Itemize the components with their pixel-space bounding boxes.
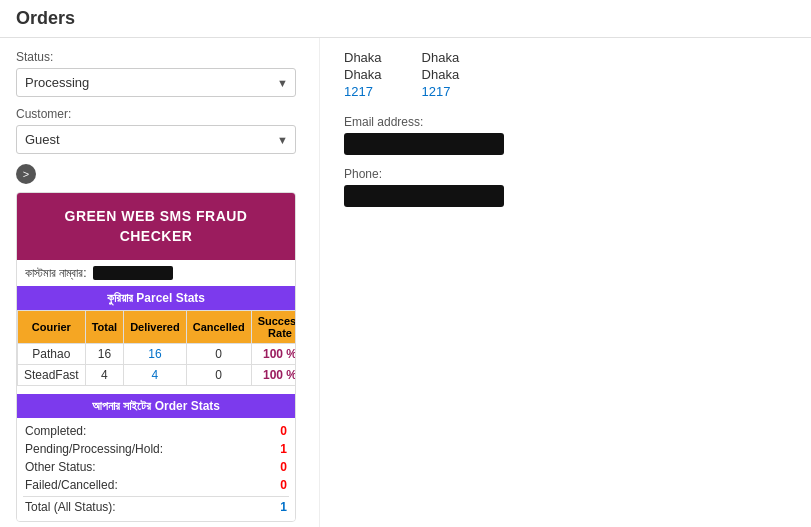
customer-number-label: কাস্টমার নাম্বার: (25, 266, 87, 280)
order-stats-row: Failed/Cancelled:0 (23, 476, 289, 494)
address-col-2: DhakaDhaka1217 (422, 50, 460, 99)
customer-select[interactable]: Guest (16, 125, 296, 154)
order-stat-value: 1 (280, 442, 287, 456)
customer-number-row: কাস্টমার নাম্বার: (17, 260, 295, 286)
phone-redacted (344, 185, 504, 207)
courier-delivered: 16 (124, 344, 187, 365)
courier-stats-table: Courier Total Delivered Cancelled Succes… (17, 310, 296, 386)
courier-delivered: 4 (124, 365, 187, 386)
order-stat-value: 0 (280, 460, 287, 474)
main-layout: Status: Processing ▼ Customer: Guest ▼ (0, 38, 811, 527)
table-row: Pathao 16 16 0 100 % (18, 344, 297, 365)
order-stats-row: Pending/Processing/Hold:1 (23, 440, 289, 458)
order-stat-label: Other Status: (25, 460, 96, 474)
email-field-group: Email address: (344, 115, 787, 155)
toggle-icon: > (23, 168, 29, 180)
status-label: Status: (16, 50, 303, 64)
phone-field-group: Phone: (344, 167, 787, 207)
addr-col1-line-1: Dhaka (344, 67, 382, 82)
order-stats-row: Other Status:0 (23, 458, 289, 476)
order-stat-value: 0 (280, 478, 287, 492)
order-stats-header: আপনার সাইটের Order Stats (17, 394, 295, 418)
right-panel: DhakaDhaka1217 DhakaDhaka1217 Email addr… (320, 38, 811, 527)
courier-success-rate: 100 % (251, 365, 296, 386)
sms-header-line1: Green Web SMS Fraud (27, 207, 285, 227)
courier-name: SteadFast (18, 365, 86, 386)
email-redacted (344, 133, 504, 155)
customer-number-redacted (93, 266, 173, 280)
address-col-1: DhakaDhaka1217 (344, 50, 382, 99)
th-courier: Courier (18, 311, 86, 344)
courier-section-header: কুরিয়ার Parcel Stats (17, 286, 295, 310)
status-field-group: Status: Processing ▼ (16, 50, 303, 97)
addr-col2-line-1: Dhaka (422, 67, 460, 82)
left-panel: Status: Processing ▼ Customer: Guest ▼ (0, 38, 320, 527)
th-total: Total (85, 311, 123, 344)
courier-cancelled: 0 (186, 365, 251, 386)
total-label: Total (All Status): (25, 500, 116, 514)
order-stats-list: Completed:0Pending/Processing/Hold:1Othe… (17, 418, 295, 521)
courier-total: 4 (85, 365, 123, 386)
courier-total: 16 (85, 344, 123, 365)
order-stats-row: Completed:0 (23, 422, 289, 440)
page-header: Orders (0, 0, 811, 38)
table-row: SteadFast 4 4 0 100 % (18, 365, 297, 386)
sms-widget: Green Web SMS Fraud Checker কাস্টমার নাম… (16, 192, 296, 522)
page-title: Orders (16, 8, 795, 29)
addr-col2-line-0: Dhaka (422, 50, 460, 65)
courier-name: Pathao (18, 344, 86, 365)
th-cancelled: Cancelled (186, 311, 251, 344)
sms-widget-header: Green Web SMS Fraud Checker (17, 193, 295, 260)
order-stat-label: Failed/Cancelled: (25, 478, 118, 492)
status-select[interactable]: Processing (16, 68, 296, 97)
customer-label: Customer: (16, 107, 303, 121)
toggle-button[interactable]: > (16, 164, 36, 184)
page-container: Orders Status: Processing ▼ Customer: (0, 0, 811, 527)
addr-col1-line-0: Dhaka (344, 50, 382, 65)
addr-col1-line-2: 1217 (344, 84, 382, 99)
total-value: 1 (280, 500, 287, 514)
phone-label: Phone: (344, 167, 787, 181)
courier-success-rate: 100 % (251, 344, 296, 365)
addr-col2-line-2: 1217 (422, 84, 460, 99)
email-label: Email address: (344, 115, 787, 129)
th-delivered: Delivered (124, 311, 187, 344)
sms-header-line2: Checker (27, 227, 285, 247)
customer-field-group: Customer: Guest ▼ (16, 107, 303, 154)
order-stats-total-row: Total (All Status):1 (23, 496, 289, 517)
address-columns: DhakaDhaka1217 DhakaDhaka1217 (344, 50, 787, 99)
order-stat-label: Pending/Processing/Hold: (25, 442, 163, 456)
status-select-wrapper: Processing ▼ (16, 68, 296, 97)
courier-cancelled: 0 (186, 344, 251, 365)
order-stat-label: Completed: (25, 424, 86, 438)
courier-table-header-row: Courier Total Delivered Cancelled Succes… (18, 311, 297, 344)
th-success-rate: Success Rate (251, 311, 296, 344)
order-stat-value: 0 (280, 424, 287, 438)
customer-select-wrapper: Guest ▼ (16, 125, 296, 154)
